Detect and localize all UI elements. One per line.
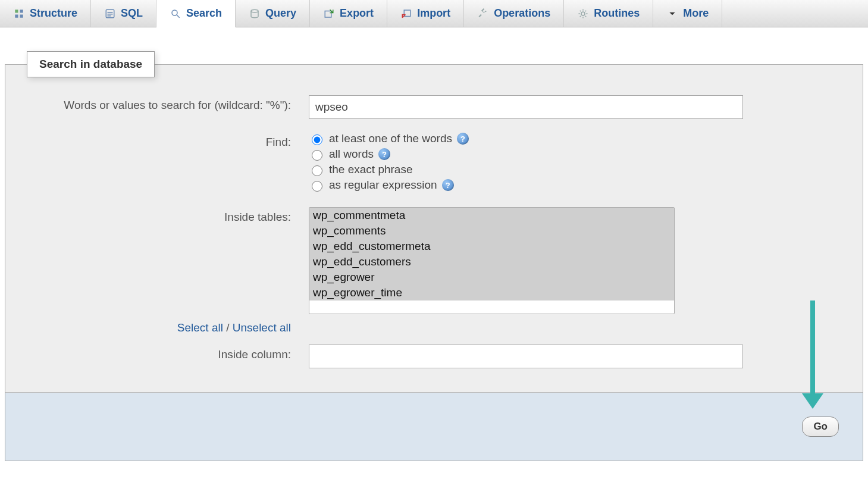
radio-one-word[interactable]: [312, 134, 322, 145]
row-select-links: Select all / Unselect all: [29, 318, 839, 336]
sql-icon: [104, 8, 116, 20]
unselect-all-link[interactable]: Unselect all: [233, 321, 291, 334]
chevron-down-icon: [666, 8, 678, 20]
routines-icon: [577, 8, 589, 20]
row-inside-column: Inside column:: [29, 345, 839, 368]
radio-exact[interactable]: [312, 165, 322, 176]
search-panel: Search in database Words or values to se…: [5, 51, 863, 461]
table-option[interactable]: wp_edd_customers: [309, 254, 674, 270]
help-icon[interactable]: ?: [457, 133, 469, 145]
go-button[interactable]: Go: [802, 417, 839, 437]
tab-label: Operations: [494, 7, 550, 20]
radio-all-words[interactable]: [312, 150, 322, 161]
top-tabs: Structure SQL Search Query Export Import: [0, 0, 868, 27]
search-input[interactable]: [309, 95, 743, 119]
panel-legend: Search in database: [27, 51, 155, 77]
tab-routines[interactable]: Routines: [564, 0, 653, 27]
structure-icon: [13, 8, 25, 20]
import-icon: [400, 8, 412, 20]
annotation-arrow: [810, 300, 815, 396]
help-icon[interactable]: ?: [442, 179, 454, 191]
operations-icon: [477, 8, 489, 20]
search-icon: [170, 8, 181, 20]
tab-label: Structure: [30, 7, 77, 20]
help-icon[interactable]: ?: [378, 148, 390, 160]
tab-search[interactable]: Search: [156, 0, 236, 27]
tables-select[interactable]: wp_commentmeta wp_comments wp_edd_custom…: [309, 207, 675, 314]
svg-point-5: [172, 10, 177, 15]
svg-rect-2: [15, 14, 18, 17]
inside-column-input[interactable]: [309, 345, 743, 368]
label-inside-tables: Inside tables:: [29, 207, 309, 226]
row-tables: Inside tables: wp_commentmeta wp_comment…: [29, 207, 839, 314]
label-find: Find:: [29, 132, 309, 151]
actions-bar: Go: [5, 392, 863, 461]
radio-label: as regular expression: [329, 179, 437, 192]
svg-line-6: [177, 15, 180, 18]
tab-label: Routines: [594, 7, 640, 20]
svg-rect-1: [20, 10, 23, 12]
links-separator: /: [223, 321, 230, 334]
tab-label: SQL: [121, 7, 143, 20]
tab-more[interactable]: More: [653, 0, 722, 27]
radio-label: all words: [329, 148, 374, 161]
find-option-regex[interactable]: as regular expression ?: [309, 179, 743, 192]
table-option[interactable]: wp_edd_customermeta: [309, 239, 674, 254]
label-words: Words or values to search for (wildcard:…: [29, 95, 309, 114]
svg-rect-3: [20, 14, 23, 17]
table-option[interactable]: wp_commentmeta: [309, 208, 674, 223]
find-option-all-words[interactable]: all words ?: [309, 148, 743, 161]
svg-rect-8: [325, 11, 331, 17]
tab-export[interactable]: Export: [310, 0, 387, 27]
tab-label: More: [683, 7, 709, 20]
svg-rect-0: [15, 10, 18, 12]
svg-point-10: [581, 12, 585, 15]
tab-import[interactable]: Import: [387, 0, 464, 27]
tab-structure[interactable]: Structure: [0, 0, 91, 27]
tab-query[interactable]: Query: [236, 0, 310, 27]
tab-label: Query: [265, 7, 296, 20]
svg-point-7: [251, 10, 258, 12]
find-option-exact[interactable]: the exact phrase: [309, 163, 743, 176]
select-links: Select all / Unselect all: [29, 318, 309, 336]
label-inside-column: Inside column:: [29, 345, 309, 363]
row-words: Words or values to search for (wildcard:…: [29, 95, 839, 119]
table-option[interactable]: wp_egrower_time: [309, 285, 674, 300]
tab-label: Export: [340, 7, 374, 20]
tab-sql[interactable]: SQL: [91, 0, 156, 27]
radio-regex[interactable]: [312, 181, 322, 192]
tab-label: Search: [186, 7, 222, 20]
table-option[interactable]: wp_comments: [309, 223, 674, 239]
tab-operations[interactable]: Operations: [464, 0, 564, 27]
find-option-one-word[interactable]: at least one of the words ?: [309, 132, 743, 145]
row-find: Find: at least one of the words ? all wo…: [29, 132, 839, 194]
form-body: Words or values to search for (wildcard:…: [5, 77, 863, 392]
select-all-link[interactable]: Select all: [177, 321, 223, 334]
panel-wrap: Search in database Words or values to se…: [0, 27, 868, 461]
export-icon: [323, 8, 335, 20]
query-icon: [249, 8, 261, 20]
radio-label: the exact phrase: [329, 163, 412, 176]
tab-label: Import: [417, 7, 450, 20]
table-option[interactable]: wp_egrower: [309, 270, 674, 285]
radio-label: at least one of the words: [329, 132, 452, 145]
